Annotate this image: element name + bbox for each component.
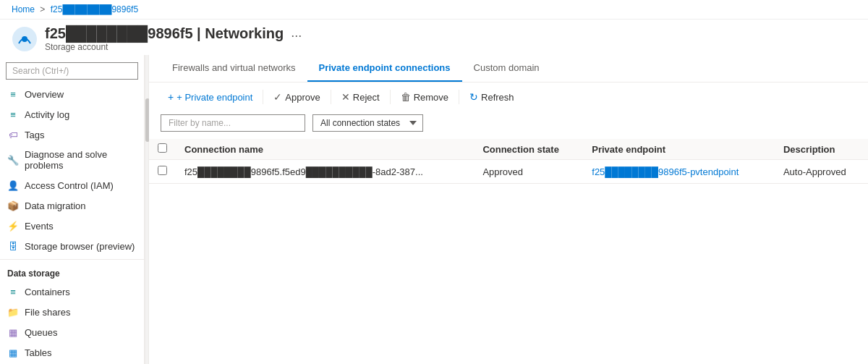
breadcrumb: Home > f25████████9896f5 [0, 0, 868, 20]
activity-log-icon: ≡ [7, 109, 19, 120]
sidebar-item-access-control[interactable]: 👤 Access Control (IAM) [0, 175, 144, 195]
sidebar-item-label: Containers [25, 287, 70, 297]
table-header-row: Connection name Connection state Private… [149, 139, 868, 160]
filter-name-input[interactable] [161, 114, 305, 132]
sidebar-item-queues[interactable]: ▦ Queues [0, 322, 144, 342]
connection-state-cell: Approved [474, 160, 583, 184]
containers-icon: ≡ [7, 286, 19, 297]
resource-icon [12, 26, 38, 52]
col-connection-state: Connection state [474, 139, 583, 160]
sidebar-item-label: Events [25, 221, 54, 232]
events-icon: ⚡ [7, 220, 19, 232]
page-subtitle: Storage account [45, 42, 284, 52]
toolbar-separator-2 [331, 90, 331, 104]
breadcrumb-separator: > [40, 4, 47, 14]
reject-icon: ✕ [341, 91, 350, 103]
header-text: f25████████9896f5 | Networking Storage a… [45, 25, 284, 52]
sidebar-item-label: Tables [25, 347, 52, 358]
add-icon: + [168, 91, 174, 103]
private-endpoint-link[interactable]: f25████████9896f5-pvtendpoint [592, 166, 739, 177]
header-menu-icon[interactable]: ··· [291, 28, 302, 43]
sidebar-item-activity-log[interactable]: ≡ Activity log [0, 104, 144, 124]
action-toolbar: + + Private endpoint ✓ Approve ✕ Reject … [149, 82, 868, 111]
search-input[interactable] [6, 62, 138, 80]
file-shares-icon: 📁 [7, 306, 19, 318]
storage-browser-icon: 🗄 [7, 240, 19, 252]
diagnose-icon: 🔧 [7, 154, 19, 166]
sidebar-item-tables[interactable]: ▦ Tables [0, 342, 144, 363]
select-all-column [149, 139, 176, 160]
tab-custom-domain[interactable]: Custom domain [462, 55, 551, 82]
toolbar-separator-3 [390, 90, 391, 104]
sidebar-item-file-shares[interactable]: 📁 File shares [0, 302, 144, 322]
data-migration-icon: 📦 [7, 200, 19, 211]
sidebar-item-storage-browser[interactable]: 🗄 Storage browser (preview) [0, 236, 144, 256]
col-connection-name: Connection name [176, 139, 474, 160]
connection-state-filter[interactable]: All connection states Approved Pending R… [312, 114, 423, 132]
sidebar-item-overview[interactable]: ≡ Overview [0, 84, 144, 104]
page-header: f25████████9896f5 | Networking Storage a… [0, 20, 868, 55]
sidebar-item-label: Diagnose and solve problems [25, 149, 137, 171]
breadcrumb-home[interactable]: Home [12, 4, 35, 14]
tags-icon: 🏷 [7, 129, 19, 140]
sidebar: ≡ Overview ≡ Activity log 🏷 Tags 🔧 Diagn… [0, 55, 145, 364]
private-endpoint-cell: f25████████9896f5-pvtendpoint [583, 160, 775, 184]
sidebar-item-label: File shares [25, 307, 71, 318]
queues-icon: ▦ [7, 326, 19, 338]
section-label-data-storage: Data storage [0, 259, 144, 282]
tab-bar: Firewalls and virtual networks Private e… [149, 55, 868, 82]
sidebar-item-label: Queues [25, 327, 58, 338]
sidebar-item-label: Storage browser (preview) [25, 241, 135, 252]
reject-button[interactable]: ✕ Reject [334, 88, 387, 106]
sidebar-item-label: Activity log [25, 109, 69, 120]
select-all-checkbox[interactable] [158, 143, 167, 153]
access-control-icon: 👤 [7, 179, 19, 191]
sidebar-item-data-migration[interactable]: 📦 Data migration [0, 195, 144, 216]
refresh-icon: ↻ [469, 91, 478, 103]
svg-point-1 [22, 36, 27, 42]
sidebar-search-container [0, 58, 144, 84]
approve-icon: ✓ [273, 91, 282, 103]
toolbar-separator-1 [263, 90, 263, 104]
remove-icon: 🗑 [401, 91, 411, 103]
tab-firewalls[interactable]: Firewalls and virtual networks [161, 55, 307, 82]
page-title: f25████████9896f5 | Networking [45, 25, 284, 42]
connection-name-cell: f25████████9896f5.f5ed9██████████-8ad2-3… [176, 160, 474, 184]
refresh-button[interactable]: ↻ Refresh [462, 88, 522, 106]
remove-button[interactable]: 🗑 Remove [393, 88, 456, 106]
sidebar-item-tags[interactable]: 🏷 Tags [0, 124, 144, 145]
filter-bar: All connection states Approved Pending R… [149, 111, 868, 139]
sidebar-item-diagnose[interactable]: 🔧 Diagnose and solve problems [0, 145, 144, 175]
col-description: Description [775, 139, 868, 160]
content-area: Firewalls and virtual networks Private e… [149, 55, 868, 364]
add-private-endpoint-button[interactable]: + + Private endpoint [161, 88, 260, 106]
row-checkbox-cell [149, 160, 176, 184]
sidebar-item-containers[interactable]: ≡ Containers [0, 282, 144, 302]
main-layout: ≡ Overview ≡ Activity log 🏷 Tags 🔧 Diagn… [0, 55, 868, 364]
sidebar-item-label: Overview [25, 89, 64, 100]
approve-button[interactable]: ✓ Approve [266, 88, 327, 106]
toolbar-separator-4 [459, 90, 459, 104]
sidebar-item-label: Data migration [25, 200, 86, 211]
sidebar-item-label: Access Control (IAM) [25, 180, 114, 191]
col-private-endpoint: Private endpoint [583, 139, 775, 160]
overview-icon: ≡ [7, 88, 19, 100]
tables-icon: ▦ [7, 347, 19, 358]
description-cell: Auto-Approved [775, 160, 868, 184]
tab-private-endpoints[interactable]: Private endpoint connections [307, 55, 462, 82]
sidebar-item-label: Tags [25, 130, 44, 140]
table-row: f25████████9896f5.f5ed9██████████-8ad2-3… [149, 160, 868, 184]
sidebar-item-events[interactable]: ⚡ Events [0, 216, 144, 236]
row-select-checkbox[interactable] [158, 166, 167, 175]
breadcrumb-resource[interactable]: f25████████9896f5 [51, 4, 138, 14]
connections-table: Connection name Connection state Private… [149, 139, 868, 184]
